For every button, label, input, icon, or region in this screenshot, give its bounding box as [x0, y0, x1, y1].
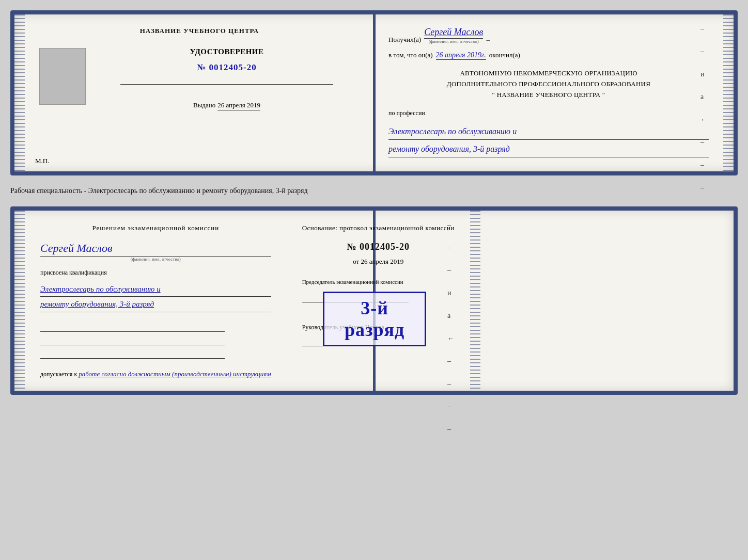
- center-title-1: НАЗВАНИЕ УЧЕБНОГО ЦЕНТРА: [140, 27, 259, 35]
- card1-left: НАЗВАНИЕ УЧЕБНОГО ЦЕНТРА УДОСТОВЕРЕНИЕ №…: [25, 14, 374, 171]
- protocol-date-value: 26 апреля 2019: [361, 258, 404, 265]
- page-wrapper: НАЗВАНИЕ УЧЕБНОГО ЦЕНТРА УДОСТОВЕРЕНИЕ №…: [10, 10, 738, 395]
- org-text: АВТОНОМНУЮ НЕКОММЕРЧЕСКУЮ ОРГАНИЗАЦИЮ ДО…: [388, 68, 709, 100]
- org-line-1: АВТОНОМНУЮ НЕКОММЕРЧЕСКУЮ ОРГАНИЗАЦИЮ: [388, 68, 709, 79]
- commission-title: Решением экзаменационной комиссии: [40, 223, 271, 233]
- right-spine-2: [470, 211, 480, 391]
- side-dashes-2: – – – и а ← – – – –: [447, 221, 455, 434]
- received-label: Получил(а): [388, 36, 421, 44]
- protocol-date-prefix: от: [353, 258, 359, 265]
- recipient-name: Сергей Маслов: [424, 27, 483, 39]
- допускается-text: работе согласно должностным (производств…: [79, 370, 271, 378]
- recipient-line: Получил(а) Сергей Маслов (фамилия, имя, …: [388, 27, 709, 44]
- cert-number: № 0012405-20: [197, 62, 257, 73]
- signature-lines: [40, 323, 271, 359]
- protocol-number: № 0012405-20: [302, 242, 455, 252]
- name-subtitle-1: (фамилия, имя, отчество): [424, 39, 483, 44]
- profession-block: Электрослесарь по обслуживанию и ремонту…: [388, 122, 709, 157]
- left-spine-2: [14, 211, 25, 391]
- osnov-title: Основание: протокол экзаменационной коми…: [302, 223, 455, 233]
- right-spine-1: [723, 14, 734, 171]
- допускается-label: допускается к: [40, 371, 77, 378]
- between-text: Рабочая специальность - Электрослесарь п…: [10, 185, 738, 197]
- document-card-2: Решением экзаменационной комиссии Сергей…: [10, 206, 738, 395]
- date-line-1: в том, что он(а) 26 апреля 2019г. окончи…: [388, 51, 709, 60]
- qual-line-1: Электрослесарь по обслуживанию и: [40, 282, 271, 297]
- org-line-3: " НАЗВАНИЕ УЧЕБНОГО ЦЕНТРА ": [388, 90, 709, 101]
- sig-line-2: [40, 336, 225, 345]
- photo-placeholder: [39, 48, 86, 105]
- card1-right: Получил(а) Сергей Маслов (фамилия, имя, …: [374, 14, 723, 171]
- side-dashes-1: – – и а ← – – – –: [700, 25, 708, 215]
- qualification-label: присвоена квалификация: [40, 269, 271, 277]
- stamp-text: 3-й разряд: [332, 297, 417, 341]
- card2-right: Основание: протокол экзаменационной коми…: [287, 211, 470, 391]
- profession-line-1: Электрослесарь по обслуживанию и: [388, 124, 709, 140]
- mp-label: М.П.: [35, 157, 49, 165]
- completion-date: 26 апреля 2019г.: [436, 51, 486, 60]
- finished-label: окончил(а): [489, 51, 520, 59]
- issued-label: Выдано: [193, 101, 215, 109]
- qual-line-2: ремонту оборудования, 3-й разряд: [40, 297, 271, 312]
- chairman-title: Председатель экзаменационной комиссии: [302, 278, 455, 286]
- profession-label: по профессии: [388, 109, 709, 117]
- qualification-block: Электрослесарь по обслуживанию и ремонту…: [40, 282, 271, 312]
- person-subtitle: (фамилия, имя, отчество): [40, 257, 271, 262]
- issued-date: 26 апреля 2019: [217, 101, 260, 110]
- card2-left: Решением экзаменационной комиссии Сергей…: [25, 211, 287, 391]
- dash-1: –: [486, 36, 490, 44]
- left-spine-1: [14, 14, 25, 171]
- issued-line: Выдано 26 апреля 2019: [193, 101, 260, 110]
- protocol-date: от 26 апреля 2019: [302, 258, 455, 266]
- stamp-box: 3-й разряд: [323, 292, 426, 346]
- document-card-1: НАЗВАНИЕ УЧЕБНОГО ЦЕНТРА УДОСТОВЕРЕНИЕ №…: [10, 10, 738, 175]
- org-line-2: ДОПОЛНИТЕЛЬНОГО ПРОФЕССИОНАЛЬНОГО ОБРАЗО…: [388, 79, 709, 90]
- sig-line-1: [40, 323, 225, 332]
- profession-line-2: ремонту оборудования, 3-й разряд: [388, 142, 709, 157]
- cert-label: УДОСТОВЕРЕНИЕ: [190, 47, 264, 56]
- in-that-label: в том, что он(а): [388, 51, 433, 59]
- photo-row: УДОСТОВЕРЕНИЕ № 0012405-20 Выдано 26 апр…: [39, 42, 360, 110]
- person-block: Сергей Маслов (фамилия, имя, отчество): [40, 242, 271, 262]
- person-name: Сергей Маслов: [40, 242, 271, 257]
- допускается-block: допускается к работе согласно должностны…: [40, 370, 271, 378]
- sig-line-3: [40, 349, 225, 359]
